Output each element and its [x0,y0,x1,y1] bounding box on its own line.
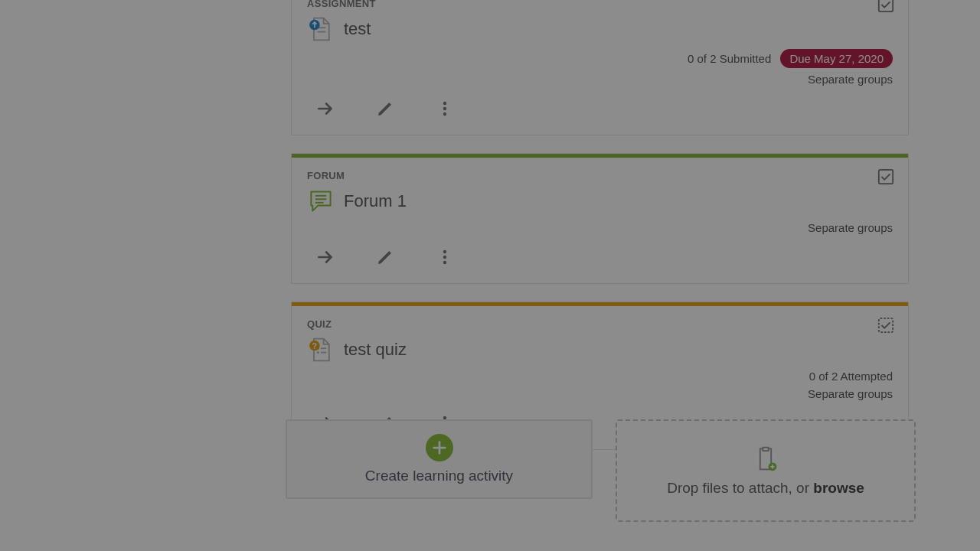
modal-overlay [0,0,980,551]
